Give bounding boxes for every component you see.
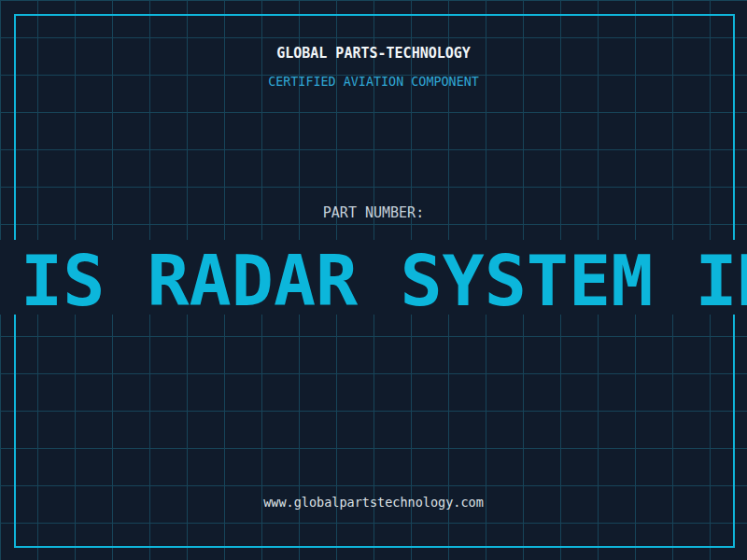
certification-subtitle: CERTIFIED AVIATION COMPONENT (0, 75, 747, 89)
certificate-label-screen: GLOBAL PARTS-TECHNOLOGY CERTIFIED AVIATI… (0, 0, 747, 560)
brand-title: GLOBAL PARTS-TECHNOLOGY (0, 46, 747, 62)
part-number-label: PART NUMBER: (0, 205, 747, 221)
part-number-marquee-text: IS RADAR SYSTEM IN (21, 244, 747, 315)
marquee-band: IS RADAR SYSTEM IN (0, 240, 747, 315)
website-url: www.globalpartstechnology.com (0, 496, 747, 510)
